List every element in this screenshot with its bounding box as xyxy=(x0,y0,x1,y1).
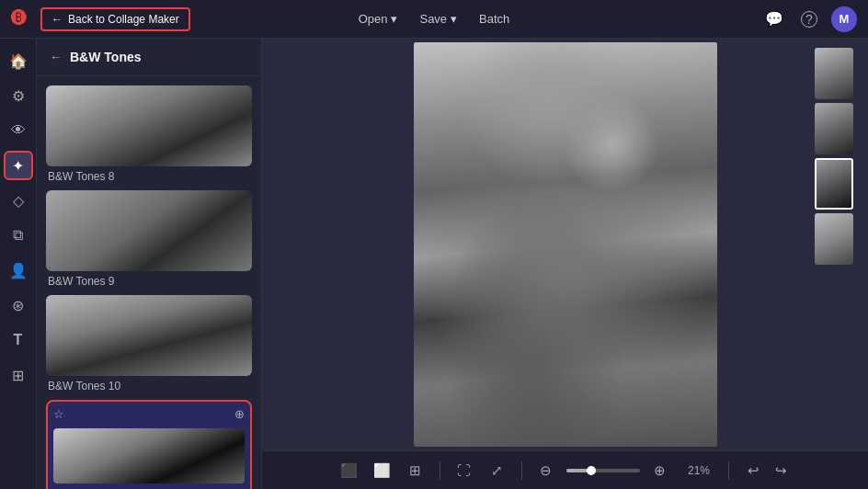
filter-item-bw9[interactable]: B&W Tones 9 xyxy=(46,190,252,288)
expand-button[interactable]: ⤢ xyxy=(485,458,510,483)
batch-button[interactable]: Batch xyxy=(472,8,517,29)
copy-icon[interactable]: ⊕ xyxy=(234,407,245,421)
bottom-bar: ⬛ ⬜ ⊞ ⛶ ⤢ ⊖ ⊕ xyxy=(262,450,868,489)
nav-icon-text[interactable]: T xyxy=(4,325,33,355)
filter-thumb-img-bw10 xyxy=(46,295,252,376)
filmstrip xyxy=(815,48,857,441)
expand-icon: ⤢ xyxy=(491,462,503,479)
back-button-label: Back to Collage Maker xyxy=(68,13,179,26)
filter-label-bw8: B&W Tones 8 xyxy=(46,170,252,183)
back-arrow-icon: ← xyxy=(51,13,63,26)
filter-thumb-img-bw9 xyxy=(46,190,252,271)
undo-icon: ↩ xyxy=(748,462,760,479)
open-chevron-icon: ▾ xyxy=(391,12,397,26)
zoom-value: 21% xyxy=(680,462,717,479)
chat-icon: 💬 xyxy=(765,10,783,28)
filter-item-bw10[interactable]: B&W Tones 10 xyxy=(46,295,252,392)
zoom-out-icon: ⊖ xyxy=(540,462,552,479)
divider-1 xyxy=(440,461,440,480)
nav-icon-photos[interactable]: 🏠 xyxy=(4,46,33,75)
nav-icon-stickers[interactable]: ⊛ xyxy=(4,290,33,320)
nav-icon-people[interactable]: 👤 xyxy=(4,256,33,285)
divider-3 xyxy=(728,461,729,480)
redo-icon: ↪ xyxy=(775,462,787,479)
shapes-icon: ◇ xyxy=(13,192,24,210)
filter-thumb-bw8 xyxy=(46,85,252,166)
redo-button[interactable]: ↪ xyxy=(768,458,794,483)
topbar: 🅑 ← Back to Collage Maker Open ▾ Save ▾ … xyxy=(0,0,868,39)
active-filter-header: ☆ ⊕ xyxy=(53,407,245,421)
zoom-in-button[interactable]: ⊕ xyxy=(647,458,673,483)
chat-icon-button[interactable]: 💬 xyxy=(761,6,787,32)
nav-icon-shapes[interactable]: ◇ xyxy=(4,186,33,215)
layer-top-button[interactable]: ⬜ xyxy=(370,458,395,483)
sidebar-filter-list: B&W Tones 8 B&W Tones 9 B&W Tones 10 ☆ xyxy=(37,76,261,489)
canvas-area: ⬛ ⬜ ⊞ ⛶ ⤢ ⊖ ⊕ xyxy=(262,39,868,489)
save-button[interactable]: Save ▾ xyxy=(412,8,464,29)
main-photo-container xyxy=(414,42,717,447)
main-area: 🏠 ⚙ 👁 ✦ ◇ ⧉ 👤 ⊛ T ⊞ ← xyxy=(0,39,868,489)
filter-label-bw10: B&W Tones 10 xyxy=(46,380,252,392)
icon-nav: 🏠 ⚙ 👁 ✦ ◇ ⧉ 👤 ⊛ T ⊞ xyxy=(0,39,37,489)
zoom-in-icon: ⊕ xyxy=(654,462,666,479)
zoom-out-button[interactable]: ⊖ xyxy=(533,458,559,483)
sidebar-panel: ← B&W Tones B&W Tones 8 B&W Tones 9 xyxy=(37,39,262,489)
sidebar-title: B&W Tones xyxy=(70,50,142,64)
help-icon: ? xyxy=(801,11,817,28)
topbar-right: 💬 ? M xyxy=(761,6,857,32)
batch-label: Batch xyxy=(479,12,509,26)
nav-icon-more[interactable]: ⊞ xyxy=(4,360,33,390)
layer-grid-icon: ⊞ xyxy=(409,462,421,479)
sidebar-header: ← B&W Tones xyxy=(37,39,261,76)
zoom-slider[interactable] xyxy=(566,469,640,472)
photos-nav-icon: 🏠 xyxy=(9,52,28,70)
save-label: Save xyxy=(419,12,447,26)
adjustments-icon: ⚙ xyxy=(12,87,25,105)
layers-icon: ⧉ xyxy=(13,227,23,244)
sidebar-back-icon[interactable]: ← xyxy=(50,50,63,64)
logo-area: 🅑 xyxy=(11,9,28,28)
avatar-button[interactable]: M xyxy=(831,6,857,32)
effects-icon: ✦ xyxy=(12,157,24,175)
open-label: Open xyxy=(359,12,388,26)
text-icon: T xyxy=(14,332,23,348)
filter-thumb-img-bw8 xyxy=(46,85,252,166)
zoom-thumb[interactable] xyxy=(587,466,596,475)
avatar-label: M xyxy=(839,12,850,26)
divider-2 xyxy=(521,461,522,480)
layer-grid-button[interactable]: ⊞ xyxy=(403,458,428,483)
people-icon: 👤 xyxy=(9,262,28,279)
fit-button[interactable]: ⛶ xyxy=(451,458,477,483)
filter-item-bw8[interactable]: B&W Tones 8 xyxy=(46,85,252,183)
filter-label-bw9: B&W Tones 9 xyxy=(46,275,252,288)
undo-redo-group: ↩ ↪ xyxy=(740,458,794,483)
filmstrip-thumb-2[interactable] xyxy=(815,103,853,154)
topbar-center: Open ▾ Save ▾ Batch xyxy=(351,8,518,29)
nav-icon-effects[interactable]: ✦ xyxy=(4,151,33,180)
help-icon-button[interactable]: ? xyxy=(796,6,822,32)
undo-button[interactable]: ↩ xyxy=(740,458,766,483)
nav-icon-adjustments[interactable]: ⚙ xyxy=(4,81,33,110)
nav-icon-layers[interactable]: ⧉ xyxy=(4,221,33,250)
active-filter-preview xyxy=(53,428,245,483)
back-to-collage-button[interactable]: ← Back to Collage Maker xyxy=(40,7,190,31)
stickers-icon: ⊛ xyxy=(12,297,24,314)
filter-item-active[interactable]: ☆ ⊕ ⊶ ✕ ✓ xyxy=(46,400,252,489)
fit-icon: ⛶ xyxy=(457,462,471,478)
filter-thumb-bw9 xyxy=(46,190,252,271)
filter-thumb-bw10 xyxy=(46,295,252,376)
zoom-fill xyxy=(566,469,588,472)
filmstrip-thumb-3[interactable] xyxy=(815,158,853,210)
canvas-main xyxy=(262,39,868,450)
layer-top-icon: ⬜ xyxy=(373,462,391,479)
open-button[interactable]: Open ▾ xyxy=(351,8,405,29)
layer-bottom-button[interactable]: ⬛ xyxy=(337,458,362,483)
more-icon: ⊞ xyxy=(12,367,24,384)
layer-bottom-icon: ⬛ xyxy=(340,462,358,479)
filmstrip-thumb-1[interactable] xyxy=(815,48,853,99)
filmstrip-thumb-4[interactable] xyxy=(815,213,853,265)
logo-icon: 🅑 xyxy=(11,9,28,28)
nav-icon-eye[interactable]: 👁 xyxy=(4,116,33,145)
star-icon[interactable]: ☆ xyxy=(53,407,64,421)
bw-photo xyxy=(414,42,717,447)
